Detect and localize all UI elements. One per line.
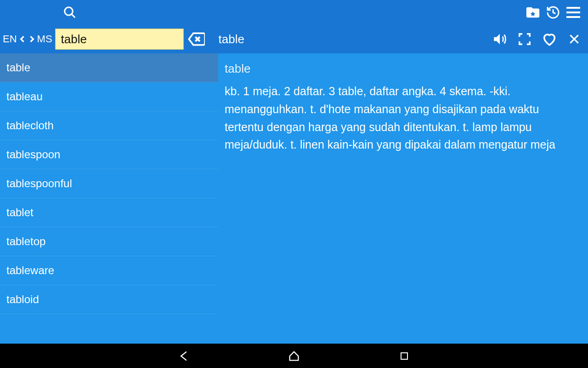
close-icon[interactable]	[564, 29, 584, 49]
list-item[interactable]: tabletop	[0, 227, 218, 256]
home-icon[interactable]	[285, 347, 303, 365]
list-item[interactable]: table	[0, 53, 218, 82]
list-item[interactable]: tableware	[0, 256, 218, 285]
svg-rect-6	[401, 353, 407, 359]
fullscreen-icon[interactable]	[514, 29, 535, 49]
definition-headword: table	[225, 62, 580, 76]
favorite-icon[interactable]	[539, 29, 560, 49]
svg-point-0	[65, 7, 73, 16]
list-item[interactable]: tablespoonful	[0, 169, 218, 198]
history-icon[interactable]	[543, 2, 563, 23]
list-item[interactable]: tableau	[0, 82, 218, 111]
search-input[interactable]	[55, 29, 184, 50]
search-bar: EN MS table	[0, 25, 588, 53]
entry-title: table	[219, 32, 244, 46]
word-list[interactable]: tabletableautableclothtablespoontablespo…	[0, 53, 218, 344]
recents-icon[interactable]	[395, 347, 413, 365]
speak-icon[interactable]	[490, 29, 510, 49]
chevron-right-icon[interactable]	[27, 33, 36, 46]
list-item[interactable]: tabloid	[0, 285, 218, 314]
search-icon[interactable]	[60, 2, 80, 23]
content-area: tabletableautableclothtablespoontablespo…	[0, 53, 588, 344]
entry-actions	[490, 25, 584, 53]
list-item[interactable]: tablespoon	[0, 140, 218, 169]
system-nav-bar	[0, 344, 588, 368]
back-icon[interactable]	[175, 347, 193, 365]
svg-line-1	[72, 14, 75, 18]
definition-pane: table kb. 1 meja. 2 daftar. 3 table, daf…	[218, 53, 588, 344]
chevron-left-icon[interactable]	[18, 33, 27, 46]
list-item[interactable]: tablecloth	[0, 111, 218, 140]
menu-icon[interactable]	[563, 2, 583, 23]
list-item[interactable]: tablet	[0, 198, 218, 227]
favorites-folder-icon[interactable]	[523, 2, 543, 23]
clear-input-icon[interactable]	[187, 30, 205, 48]
top-toolbar	[0, 0, 588, 25]
language-to-label[interactable]: MS	[37, 33, 52, 45]
definition-body: kb. 1 meja. 2 daftar. 3 table, daftar an…	[225, 82, 574, 154]
language-from-label[interactable]: EN	[3, 33, 17, 45]
